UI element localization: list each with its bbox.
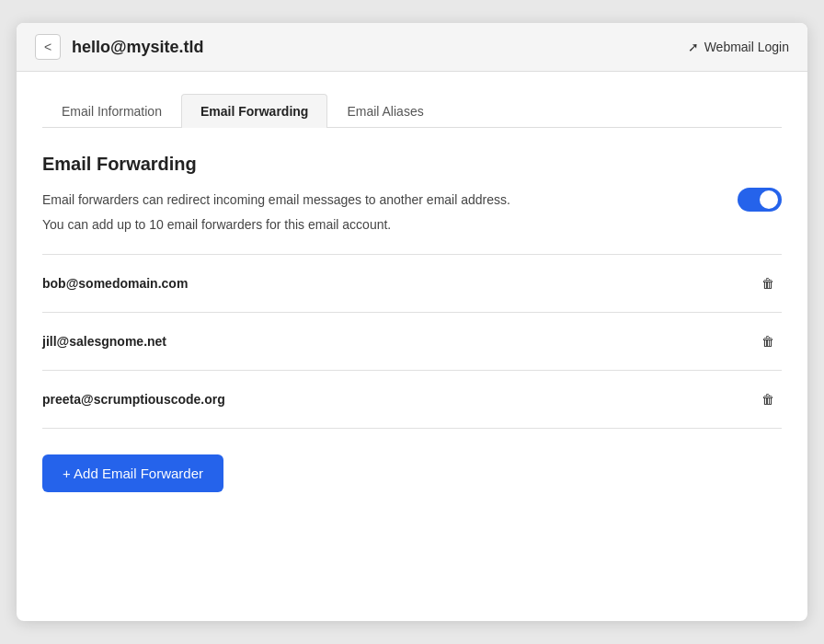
description-text: Email forwarders can redirect incoming e… — [42, 192, 510, 207]
main-window: < hello@mysite.tld ➚ Webmail Login Email… — [17, 23, 807, 621]
description-row: Email forwarders can redirect incoming e… — [42, 188, 782, 212]
tab-email-aliases[interactable]: Email Aliases — [327, 94, 442, 128]
description-secondary: You can add up to 10 email forwarders fo… — [42, 217, 782, 232]
forwarder-item: bob@somedomain.com — [42, 255, 782, 313]
header: < hello@mysite.tld ➚ Webmail Login — [17, 23, 807, 72]
trash-icon — [761, 391, 774, 407]
tab-email-information[interactable]: Email Information — [42, 94, 181, 128]
forwarder-item: jill@salesgnome.net — [42, 313, 782, 371]
forwarder-item: preeta@scrumptiouscode.org — [42, 371, 782, 429]
tab-email-forwarding[interactable]: Email Forwarding — [181, 94, 327, 128]
back-icon: < — [44, 40, 52, 54]
tabs-bar: Email Information Email Forwarding Email… — [42, 94, 782, 128]
back-button[interactable]: < — [35, 34, 61, 60]
delete-forwarder-2-button[interactable] — [754, 387, 782, 411]
forwarder-email: jill@salesgnome.net — [42, 334, 166, 349]
header-left: < hello@mysite.tld — [35, 34, 204, 60]
webmail-login-label: Webmail Login — [704, 40, 789, 54]
add-email-forwarder-button[interactable]: + Add Email Forwarder — [42, 454, 223, 492]
trash-icon — [761, 333, 774, 349]
content-area: Email Information Email Forwarding Email… — [17, 72, 807, 514]
forwarder-list: bob@somedomain.com jill@salesgnome.net p… — [42, 254, 782, 429]
forwarding-toggle[interactable] — [738, 188, 782, 212]
trash-icon — [761, 275, 774, 291]
delete-forwarder-0-button[interactable] — [754, 271, 782, 295]
delete-forwarder-1-button[interactable] — [754, 329, 782, 353]
webmail-login-link[interactable]: ➚ Webmail Login — [688, 40, 789, 54]
section-title: Email Forwarding — [42, 154, 782, 175]
forwarder-email: preeta@scrumptiouscode.org — [42, 392, 225, 407]
header-title: hello@mysite.tld — [72, 38, 204, 57]
add-button-label: + Add Email Forwarder — [63, 466, 203, 481]
external-link-icon: ➚ — [688, 40, 699, 54]
forwarder-email: bob@somedomain.com — [42, 276, 188, 291]
toggle-slider — [738, 188, 782, 212]
